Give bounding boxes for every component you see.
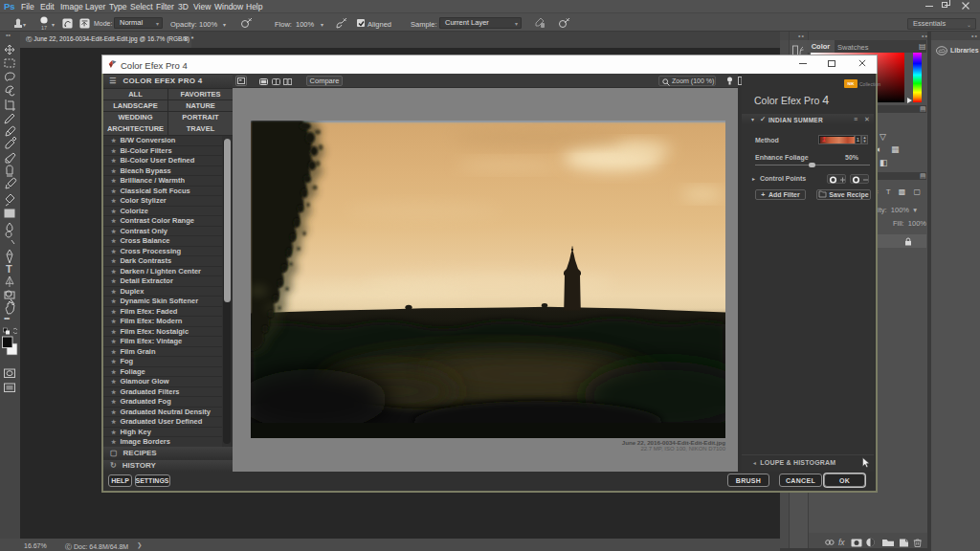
svg-text:T: T [6,263,12,275]
svg-text:•••: ••• [4,314,11,322]
svg-text:••: •• [6,32,11,38]
svg-text:fx: fx [838,538,845,547]
